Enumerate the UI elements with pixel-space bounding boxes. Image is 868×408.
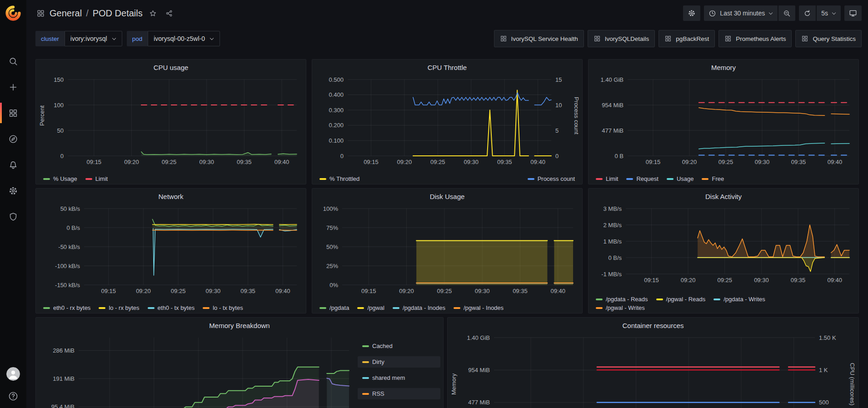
variable-pod-label[interactable]: pod	[127, 31, 148, 46]
legend-swatch	[319, 307, 326, 309]
panel-title[interactable]: Disk Usage	[312, 189, 582, 204]
sidebar-item-configuration[interactable]	[0, 178, 26, 204]
legend-item[interactable]: lo - rx bytes	[99, 304, 139, 311]
legend-item[interactable]: shared mem	[358, 372, 440, 383]
sidebar-item-create[interactable]	[0, 74, 26, 100]
panel-title[interactable]: Network	[36, 189, 306, 204]
legend-item[interactable]: /pgwal - Writes	[596, 304, 645, 311]
legend-item[interactable]: Cached	[358, 340, 440, 352]
legend-swatch	[319, 178, 326, 180]
sidebar-item-dashboards[interactable]	[0, 100, 26, 126]
chart-canvas[interactable]: 09:1509:2009:2509:3009:3509:4050 kB/s0 B…	[36, 204, 305, 297]
y-axis-title-right: Process count	[572, 75, 580, 156]
star-icon	[149, 10, 157, 17]
svg-text:09:35: 09:35	[791, 277, 806, 284]
legend-item[interactable]: /pgwal - Inodes	[454, 304, 504, 311]
legend-item[interactable]: Limit	[596, 175, 618, 182]
svg-text:10: 10	[555, 102, 562, 109]
svg-text:09:35: 09:35	[237, 159, 252, 165]
breadcrumb: General / POD Details	[26, 7, 175, 19]
sidebar-item-explore[interactable]	[0, 126, 26, 152]
chart-canvas[interactable]: 09:1509:2009:2509:3009:3509:400 B477 MiB…	[589, 75, 858, 168]
dashboard-link-button[interactable]: IvorySQL Service Health	[494, 30, 584, 47]
legend-item[interactable]: Process count	[528, 175, 575, 182]
legend-item[interactable]: eth0 - tx bytes	[148, 304, 195, 311]
svg-text:09:40: 09:40	[550, 288, 565, 294]
svg-text:09:20: 09:20	[681, 277, 696, 284]
legend-item[interactable]: /pgdata - Writes	[713, 296, 765, 303]
zoom-out-button[interactable]	[778, 5, 795, 21]
chart-canvas[interactable]: 09:1509:2009:2509:3009:3509:40477 MiB954…	[448, 333, 858, 408]
dashboard-link-button[interactable]: Query Statistics	[795, 30, 862, 47]
dashboard-grid-icon	[36, 9, 45, 18]
legend-item[interactable]: Limit	[85, 175, 108, 182]
refresh-icon	[803, 10, 811, 17]
sidebar-item-server-admin[interactable]	[0, 204, 26, 229]
panel-title[interactable]: CPU Throttle	[312, 60, 582, 75]
share-dashboard-button[interactable]	[164, 7, 175, 19]
sidebar-item-help[interactable]	[8, 391, 19, 402]
legend-item[interactable]: Dirty	[358, 356, 440, 368]
variable-cluster: cluster ivory:ivorysql	[35, 31, 122, 46]
variable-cluster-value[interactable]: ivory:ivorysql	[65, 31, 122, 46]
person-icon	[6, 367, 20, 381]
legend-item[interactable]: Free	[702, 175, 724, 182]
svg-text:1.40 GiB: 1.40 GiB	[600, 76, 624, 83]
chart-canvas[interactable]: 09:1509:2009:2509:3009:3509:40-1 MB/s0 B…	[589, 204, 858, 286]
svg-text:09:25: 09:25	[162, 159, 177, 165]
panel-title[interactable]: Memory Breakdown	[36, 318, 443, 333]
y-axis-title-left: Memory	[449, 333, 458, 408]
dashboard-link-button[interactable]: Prometheus Alerts	[718, 30, 792, 47]
legend-item[interactable]: % Throttled	[319, 175, 359, 182]
panel-title[interactable]: Memory	[589, 60, 858, 75]
sidebar-item-search[interactable]	[0, 48, 26, 74]
variable-cluster-label[interactable]: cluster	[35, 31, 65, 46]
dashboard-link-button[interactable]: pgBackRest	[658, 30, 715, 47]
svg-text:09:30: 09:30	[206, 288, 221, 294]
breadcrumb-page-title[interactable]: POD Details	[93, 8, 143, 19]
legend-item[interactable]: lo - tx bytes	[203, 304, 243, 311]
cycle-view-mode-button[interactable]	[844, 5, 862, 21]
compass-icon	[8, 134, 18, 144]
sidebar-item-alerting[interactable]	[0, 152, 26, 178]
svg-text:09:30: 09:30	[475, 288, 490, 294]
panel-title[interactable]: Disk Activity	[589, 189, 858, 204]
breadcrumb-section[interactable]: General	[50, 8, 82, 19]
dashboard-grid-icon	[664, 35, 672, 42]
star-dashboard-button[interactable]	[147, 7, 159, 19]
legend-swatch	[99, 307, 105, 309]
legend-item[interactable]: % Usage	[43, 175, 77, 182]
svg-text:477 MiB: 477 MiB	[602, 127, 624, 134]
legend-item[interactable]: /pgdata	[319, 304, 349, 311]
legend-item[interactable]: /pgdata - Reads	[596, 296, 648, 303]
chart-canvas[interactable]: 09:1509:2009:2509:3009:3509:4000.1000.20…	[312, 75, 581, 168]
dashboard-settings-button[interactable]	[683, 5, 700, 21]
svg-text:09:20: 09:20	[136, 288, 151, 294]
legend-item[interactable]: /pgwal	[357, 304, 384, 311]
variable-pod-value-text: ivorysql-00-z5wl-0	[154, 35, 205, 42]
legend-item[interactable]: Usage	[667, 175, 694, 182]
legend-item[interactable]: /pgdata - Inodes	[393, 304, 445, 311]
svg-text:1 MB/s: 1 MB/s	[604, 238, 622, 245]
legend-item[interactable]: eth0 - rx bytes	[43, 304, 90, 311]
time-range-label: Last 30 minutes	[720, 10, 765, 17]
user-avatar[interactable]	[6, 367, 20, 381]
chart-canvas[interactable]: 09:1509:2009:2509:3009:3509:40050100150	[36, 75, 305, 168]
legend-item[interactable]: Request	[626, 175, 658, 182]
panel-title[interactable]: CPU usage	[36, 60, 306, 75]
refresh-interval-picker[interactable]: 5s	[817, 5, 841, 21]
chart-canvas[interactable]: 09:1509:2009:2509:3009:3509:400%25%50%75…	[312, 204, 581, 297]
panel-title[interactable]: Container resources	[448, 318, 858, 333]
chevron-down-icon	[210, 36, 214, 41]
legend-item[interactable]: RSS	[358, 388, 440, 399]
refresh-button[interactable]	[799, 5, 816, 21]
legend-item[interactable]: /pgwal - Reads	[656, 296, 706, 303]
grafana-logo[interactable]	[0, 0, 26, 26]
dashboard-link-button[interactable]: IvorySQLDetails	[588, 30, 655, 47]
help-question-icon	[8, 391, 19, 402]
time-range-picker[interactable]: Last 30 minutes	[704, 5, 778, 21]
time-picker-group: Last 30 minutes	[704, 5, 795, 21]
variable-pod-value[interactable]: ivorysql-00-z5wl-0	[148, 31, 220, 46]
legend-swatch	[148, 307, 155, 309]
chart-canvas[interactable]: 09:1509:2009:2509:3009:3509:4095.4 MiB19…	[36, 333, 354, 408]
